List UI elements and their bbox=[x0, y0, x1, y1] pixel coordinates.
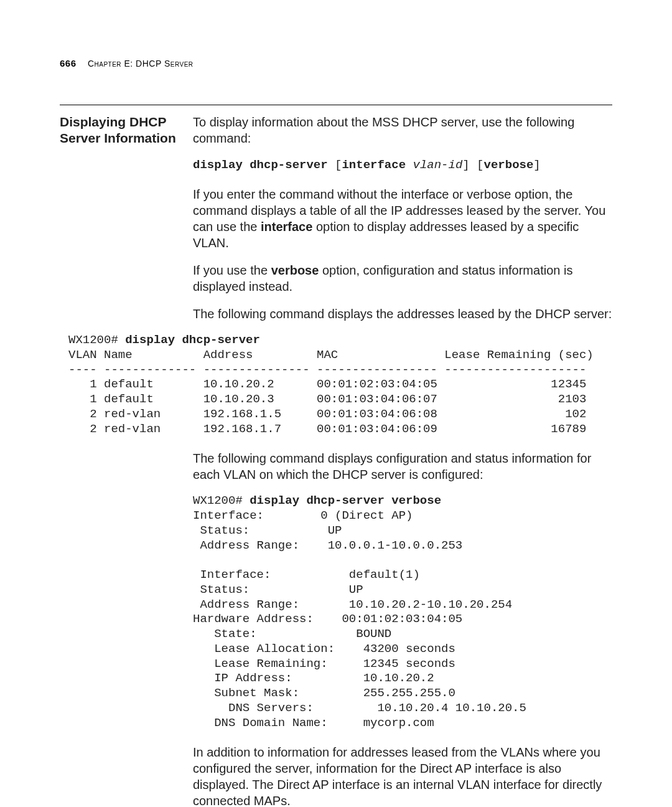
syntax-bracket: ] bbox=[462, 158, 469, 172]
command: display dhcp-server verbose bbox=[250, 494, 441, 507]
syntax-bracket: [ bbox=[335, 158, 342, 172]
keyword-verbose: verbose bbox=[271, 263, 319, 277]
command: display dhcp-server bbox=[125, 333, 260, 347]
syntax-arg-vlanid: vlan-id bbox=[413, 158, 462, 172]
syntax-keyword-interface: interface bbox=[342, 158, 406, 172]
paragraph-verbose: If you use the verbose option, configura… bbox=[193, 262, 612, 295]
prompt: WX1200# bbox=[68, 333, 125, 347]
syntax-command: display dhcp-server bbox=[193, 158, 328, 172]
intro-paragraph: To display information about the MSS DHC… bbox=[193, 114, 612, 146]
side-heading: Displaying DHCP Server Information bbox=[60, 114, 193, 147]
keyword-interface: interface bbox=[261, 220, 312, 234]
text: If you use the bbox=[193, 263, 271, 277]
syntax-bracket: [ bbox=[470, 158, 484, 172]
syntax-bracket: ] bbox=[533, 158, 540, 172]
paragraph-additional: In addition to information for addresses… bbox=[193, 744, 612, 807]
page-number: 666 bbox=[60, 58, 77, 68]
section: Displaying DHCP Server Information To di… bbox=[60, 114, 612, 808]
paragraph-example1-lead: The following command displays the addre… bbox=[193, 306, 612, 322]
command-syntax: display dhcp-server [interface vlan-id] … bbox=[193, 158, 612, 173]
output-body: VLAN Name Address MAC Lease Remaining (s… bbox=[68, 348, 594, 436]
paragraph-no-option: If you enter the command without the int… bbox=[193, 186, 612, 251]
output-body: Interface: 0 (Direct AP) Status: UP Addr… bbox=[193, 509, 526, 730]
chapter-label: Chapter E: DHCP Server bbox=[88, 59, 194, 68]
page: 666 Chapter E: DHCP Server Displaying DH… bbox=[0, 0, 672, 807]
example1-block: WX1200# display dhcp-server VLAN Name Ad… bbox=[68, 333, 612, 437]
syntax-keyword-verbose: verbose bbox=[484, 158, 534, 172]
section-body: To display information about the MSS DHC… bbox=[193, 114, 612, 808]
prompt: WX1200# bbox=[193, 494, 250, 507]
terminal-output-2: WX1200# display dhcp-server verbose Inte… bbox=[193, 494, 612, 730]
section-rule bbox=[60, 105, 612, 105]
terminal-output-1: WX1200# display dhcp-server VLAN Name Ad… bbox=[68, 333, 612, 437]
paragraph-example2-lead: The following command displays configura… bbox=[193, 450, 612, 483]
running-header: 666 Chapter E: DHCP Server bbox=[60, 57, 612, 70]
